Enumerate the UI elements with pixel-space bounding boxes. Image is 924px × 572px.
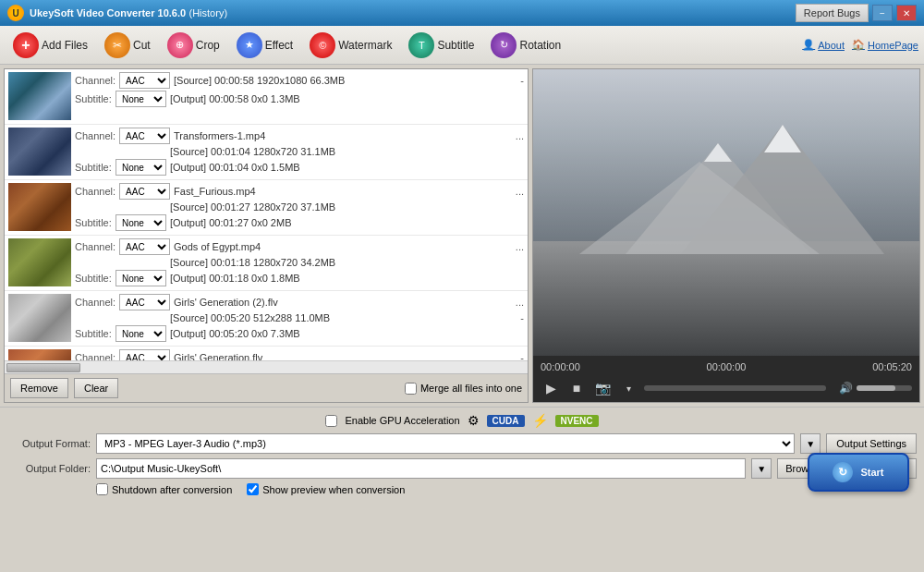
homepage-button[interactable]: 🏠 HomePage <box>852 39 918 51</box>
shutdown-checkbox-area[interactable]: Shutdown after conversion <box>96 483 232 495</box>
dash-indicator: - <box>520 75 524 86</box>
rotation-button[interactable]: ↻ Rotation <box>483 30 568 61</box>
scrollbar-thumb[interactable] <box>6 363 80 372</box>
add-files-button[interactable]: + Add Files <box>6 30 95 61</box>
subtitle-label: Subtitle <box>437 39 474 52</box>
about-label: About <box>818 40 845 51</box>
stop-button[interactable]: ■ <box>566 378 587 398</box>
volume-icon: 🔊 <box>839 382 853 395</box>
watermark-button[interactable]: © Watermark <box>302 30 399 61</box>
effect-label: Effect <box>265 39 293 52</box>
close-button[interactable]: ✕ <box>896 5 917 21</box>
volume-bar[interactable] <box>857 385 912 391</box>
subtitle-row: Subtitle: None [Output] 00:00:58 0x0 1.3… <box>75 91 524 107</box>
gpu-icon: ⚙ <box>468 413 480 428</box>
subtitle-row: Subtitle: None [Output] 00:05:20 0x0 7.3… <box>75 325 524 342</box>
time-current: 00:00:00 <box>541 361 580 372</box>
channel-select[interactable]: AAC <box>119 72 170 89</box>
source-info: [Source] 00:05:20 512x288 11.0MB <box>170 312 517 323</box>
file-list-scroll[interactable]: Channel: AAC [Source] 00:00:58 1920x1080… <box>5 69 528 360</box>
merge-checkbox[interactable] <box>405 383 417 395</box>
subtitle-icon: T <box>408 32 434 58</box>
more-options[interactable]: ... <box>516 297 524 308</box>
horizontal-scrollbar[interactable] <box>5 360 528 373</box>
source-row: [Source] 00:05:20 512x288 11.0MB - <box>75 312 524 323</box>
filename: Girls' Generation (2).flv <box>174 297 512 308</box>
gpu-checkbox[interactable] <box>325 415 337 427</box>
output-info: [Output] 00:01:04 0x0 1.5MB <box>170 162 524 173</box>
report-bugs-button[interactable]: Report Bugs <box>796 4 869 22</box>
subtitle-select[interactable]: None <box>116 325 166 342</box>
list-item: Channel: AAC Girls' Generation (2).flv .… <box>5 291 528 347</box>
about-icon: 👤 <box>802 39 815 51</box>
subtitle-select[interactable]: None <box>116 159 166 176</box>
gpu-icon2: ⚡ <box>532 413 548 428</box>
screenshot-dropdown[interactable]: ▾ <box>618 378 638 398</box>
window-controls: − ✕ <box>872 5 917 21</box>
subtitle-label: Subtitle: <box>75 162 112 173</box>
channel-select[interactable]: AAC <box>119 183 170 200</box>
time-middle: 00:00:00 <box>707 361 747 372</box>
clear-button[interactable]: Clear <box>74 378 118 398</box>
subtitle-row: Subtitle: None [Output] 00:01:18 0x0 1.8… <box>75 270 524 286</box>
subtitle-select[interactable]: None <box>116 91 166 107</box>
channel-label: Channel: <box>75 186 116 197</box>
play-button[interactable]: ▶ <box>541 378 561 398</box>
rotation-icon: ↻ <box>491 32 517 58</box>
time-total: 00:05:20 <box>872 361 912 372</box>
channel-label: Channel: <box>75 297 116 308</box>
preview-checkbox-area[interactable]: Show preview when conversion <box>247 483 405 495</box>
subtitle-select[interactable]: None <box>116 214 166 231</box>
remove-button[interactable]: Remove <box>10 378 68 398</box>
filename: Transformers-1.mp4 <box>174 130 512 141</box>
minimize-button[interactable]: − <box>872 5 893 21</box>
channel-row: Channel: AAC Fast_Furious.mp4 ... <box>75 183 524 200</box>
cut-label: Cut <box>133 39 151 52</box>
output-settings-button[interactable]: Output Settings <box>826 433 917 454</box>
list-item: Channel: AAC [Source] 00:00:58 1920x1080… <box>5 69 528 125</box>
source-row: [Source] 00:01:18 1280x720 34.2MB <box>75 257 524 268</box>
rotation-label: Rotation <box>519 39 561 52</box>
preview-checkbox[interactable] <box>247 483 259 495</box>
crop-button[interactable]: ⊕ Crop <box>160 30 227 61</box>
source-info: [Source] 00:01:04 1280x720 31.1MB <box>170 146 524 157</box>
app-title: UkeySoft Video Converter 10.6.0 (History… <box>30 6 796 19</box>
subtitle-button[interactable]: T Subtitle <box>401 30 481 61</box>
list-item: Channel: AAC Gods of Egypt.mp4 ... [Sour… <box>5 236 528 291</box>
more-options[interactable]: ... <box>516 186 524 197</box>
thumbnail <box>8 72 71 120</box>
cut-button[interactable]: ✂ Cut <box>97 30 158 61</box>
file-info: Channel: AAC Fast_Furious.mp4 ... [Sourc… <box>75 183 524 231</box>
format-dropdown-arrow[interactable]: ▼ <box>800 433 821 454</box>
channel-select[interactable]: AAC <box>119 294 170 310</box>
effect-button[interactable]: ★ Effect <box>229 30 300 61</box>
channel-select[interactable]: AAC <box>119 238 170 255</box>
more-options[interactable]: ... <box>516 241 524 252</box>
file-info: Channel: AAC Girls' Generation.flv - [So… <box>75 349 524 360</box>
start-button-area: ↻ Start <box>808 453 909 492</box>
folder-input[interactable] <box>96 458 746 479</box>
about-button[interactable]: 👤 About <box>802 39 845 51</box>
start-button[interactable]: ↻ Start <box>808 453 909 492</box>
dash-indicator: - <box>520 312 524 323</box>
merge-checkbox-area[interactable]: Merge all files into one <box>405 383 522 395</box>
add-files-icon: + <box>13 32 39 58</box>
progress-bar[interactable] <box>644 385 826 391</box>
homepage-label: HomePage <box>868 40 918 51</box>
subtitle-select[interactable]: None <box>116 270 166 286</box>
shutdown-checkbox[interactable] <box>96 483 108 495</box>
format-select[interactable]: MP3 - MPEG Layer-3 Audio (*.mp3) <box>96 433 795 454</box>
screenshot-button[interactable]: 📷 <box>592 378 613 398</box>
folder-dropdown-arrow[interactable]: ▼ <box>751 458 772 479</box>
app-title-text: UkeySoft Video Converter 10.6.0 <box>30 7 186 18</box>
add-files-label: Add Files <box>42 39 88 52</box>
nvenc-badge: NVENC <box>555 415 599 427</box>
video-display <box>533 69 919 356</box>
channel-select[interactable]: AAC <box>119 349 170 360</box>
start-label: Start <box>860 467 883 478</box>
merge-label: Merge all files into one <box>420 383 522 394</box>
more-options[interactable]: ... <box>516 130 524 141</box>
channel-select[interactable]: AAC <box>119 128 170 144</box>
file-info: Channel: AAC Gods of Egypt.mp4 ... [Sour… <box>75 238 524 286</box>
cuda-badge: CUDA <box>487 415 525 427</box>
